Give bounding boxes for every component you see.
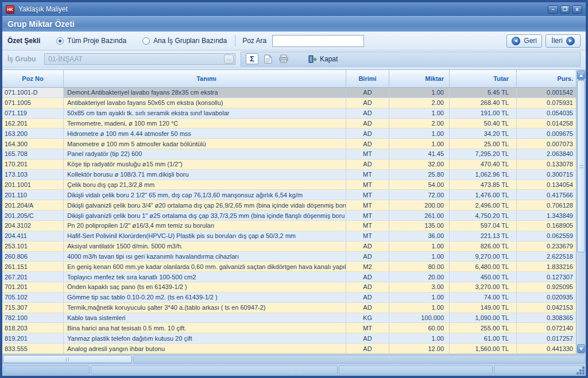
table-row[interactable]: 170.201Köşe tip radyatör musluğu ø15 mm …	[2, 159, 576, 170]
horizontal-scroll-thumb[interactable]	[3, 355, 132, 363]
sum-sigma-button[interactable]: Σ	[246, 53, 258, 64]
cell-miktar[interactable]: 2.00	[389, 119, 450, 128]
cell-birimi[interactable]: MT	[346, 221, 389, 231]
table-row[interactable]: 201.1001Çelik boru dış çap 21,3/2,8 mmMT…	[2, 180, 576, 190]
cell-tanimi[interactable]: Köşe tip radyatör musluğu ø15 mm (1/2")	[64, 159, 346, 169]
cell-tutar[interactable]: 1,476.00 TL	[450, 190, 517, 200]
table-row[interactable]: 162.201Termometre, madeni, ø 100 mm 120 …	[2, 119, 576, 129]
cell-purs[interactable]: 0.417566	[517, 190, 576, 200]
table-row[interactable]: 818.203Bina harici ana hat tesisatı 0.5 …	[2, 323, 576, 333]
cell-poz-no[interactable]: 267.201	[2, 272, 64, 282]
cell-tanimi[interactable]: Aksiyal vantilatör 1500 d/min. 5000 m3/h…	[64, 241, 346, 251]
cell-tanimi[interactable]: Gömme tip sac tablo 0.10-0.20 m2. (ts en…	[64, 293, 346, 302]
cell-birimi[interactable]: AD	[346, 333, 389, 343]
table-row[interactable]: 260.8064000 m3/h tavan tipi ısı geri kaz…	[2, 252, 576, 262]
cell-miktar[interactable]: 32.00	[389, 159, 450, 169]
cell-birimi[interactable]: AD	[346, 344, 389, 353]
horizontal-scrollbar[interactable]	[2, 354, 586, 364]
minimize-button[interactable]: –	[548, 5, 558, 14]
cell-purs[interactable]: 0.042153	[517, 303, 576, 313]
cell-poz-no[interactable]: 201.1001	[2, 180, 64, 190]
cell-purs[interactable]: 0.054035	[517, 108, 576, 118]
cell-birimi[interactable]: AD	[346, 303, 389, 313]
cell-tutar[interactable]: 25.00 TL	[450, 139, 517, 149]
cell-miktar[interactable]: 54.00	[389, 180, 450, 190]
table-row[interactable]: 819.201Yanmaz plastik telefon dağıtım ku…	[2, 333, 576, 344]
cell-birimi[interactable]: MT	[346, 180, 389, 190]
cell-birimi[interactable]: M2	[346, 262, 389, 271]
cell-purs[interactable]: 0.007073	[517, 139, 576, 149]
table-row[interactable]: 163.200Hidrometre ø 100 mm 4.44 atmosfer…	[2, 128, 576, 139]
cell-tanimi[interactable]: Analog adresli yangın ihbar butonu	[64, 344, 346, 353]
cell-tanimi[interactable]: Dikişli galvanizli çelik boru 3/4" ø20 o…	[64, 200, 346, 210]
cell-tutar[interactable]: 9,270.00 TL	[450, 252, 517, 262]
maximize-button[interactable]: ❐	[560, 5, 570, 14]
cell-tutar[interactable]: 268.40 TL	[450, 98, 517, 108]
cell-miktar[interactable]: 1.00	[389, 108, 450, 118]
cell-purs[interactable]: 1.833216	[517, 262, 576, 271]
cell-poz-no[interactable]: 204.3102	[2, 221, 64, 231]
table-row[interactable]: 071.1005Antibakteriyel lavabo fayans 50x…	[2, 98, 576, 108]
cell-poz-no[interactable]: 164.300	[2, 139, 64, 149]
table-row[interactable]: 071.11950x85 cm tam ayaklı tk. sırlı ser…	[2, 108, 576, 119]
table-row[interactable]: 165.708Panel radyatör (tip 22) 600MT41.4…	[2, 149, 576, 159]
cell-tutar[interactable]: 470.40 TL	[450, 159, 517, 169]
cell-tutar[interactable]: 34.20 TL	[450, 128, 517, 138]
cell-purs[interactable]: 0.014258	[517, 119, 576, 128]
cell-tanimi[interactable]: Pn 20 polipropilen 1/2" ø16/3,4 mm temiz…	[64, 221, 346, 231]
cell-birimi[interactable]: AD	[346, 88, 389, 98]
cell-tanimi[interactable]: Kollektör borusu ø 108/3.71 mm.dikişli b…	[64, 170, 346, 180]
cell-birimi[interactable]: AD	[346, 98, 389, 108]
cell-birimi[interactable]: MT	[346, 231, 389, 241]
cell-tutar[interactable]: 255.00 TL	[450, 323, 517, 333]
cell-tutar[interactable]: 4,750.20 TL	[450, 211, 517, 220]
table-row[interactable]: 715.307Termik,mağnetik koruyuculu şalter…	[2, 303, 576, 313]
radio-whole-project[interactable]: Tüm Proje Bazında	[56, 37, 126, 45]
cell-poz-no[interactable]: 071.1001-D	[2, 88, 64, 98]
cell-poz-no[interactable]: 071.119	[2, 108, 64, 118]
cell-purs[interactable]: 0.706128	[517, 200, 576, 210]
cell-purs[interactable]: 0.001542	[517, 88, 576, 98]
scroll-down-icon[interactable]	[577, 344, 585, 353]
cell-tanimi[interactable]: Termometre, madeni, ø 100 mm 120 °C	[64, 119, 346, 128]
cell-purs[interactable]: 0.168905	[517, 221, 576, 231]
cell-purs[interactable]: 0.017257	[517, 333, 576, 343]
table-row[interactable]: 201.204/ADikişli galvanizli çelik boru 3…	[2, 200, 576, 211]
cell-purs[interactable]: 0.925095	[517, 282, 576, 292]
cell-poz-no[interactable]: 170.201	[2, 159, 64, 169]
cell-poz-no[interactable]: 165.708	[2, 149, 64, 159]
cell-tanimi[interactable]: Manometre ø 100 mm 5 atmosfer kadar bölü…	[64, 139, 346, 149]
cell-tanimi[interactable]: Yanmaz plastik telefon dağıtım kutusu 20…	[64, 333, 346, 343]
cell-tutar[interactable]: 450.00 TL	[450, 272, 517, 282]
cell-miktar[interactable]: 1.00	[389, 88, 450, 98]
cell-birimi[interactable]: AD	[346, 119, 389, 128]
vertical-scroll-track[interactable]	[577, 252, 586, 344]
cell-tanimi[interactable]: Demont.Antibakteriyel lavabo fayans 28x3…	[64, 88, 346, 98]
cell-purs[interactable]: 0.020935	[517, 293, 576, 302]
table-row[interactable]: 204.411Hafif-Sert Polivinil Klorürden(HP…	[2, 231, 576, 241]
resize-grip[interactable]	[582, 372, 585, 375]
cell-poz-no[interactable]: 701.201	[2, 282, 64, 292]
cell-birimi[interactable]: AD	[346, 159, 389, 169]
cell-tanimi[interactable]: Bina harici ana hat tesisatı 0.5 mm. 10 …	[64, 323, 346, 333]
table-row[interactable]: 201.205/CDikişli galvanizli çelik boru 1…	[2, 211, 576, 221]
cell-poz-no[interactable]: 173.103	[2, 170, 64, 180]
cell-tutar[interactable]: 5.45 TL	[450, 88, 517, 98]
cell-birimi[interactable]: MT	[346, 323, 389, 333]
cell-birimi[interactable]: MT	[346, 149, 389, 159]
cell-purs[interactable]: 0.441330	[517, 344, 576, 353]
cell-tutar[interactable]: 2,496.00 TL	[450, 200, 517, 210]
cell-tutar[interactable]: 7,295.20 TL	[450, 149, 517, 159]
cell-tutar[interactable]: 3,270.00 TL	[450, 282, 517, 292]
cell-birimi[interactable]: MT	[346, 170, 389, 180]
cell-purs[interactable]: 0.308365	[517, 313, 576, 323]
cell-tanimi[interactable]: Çelik boru dış çap 21,3/2,8 mm	[64, 180, 346, 190]
cell-miktar[interactable]: 1.00	[389, 333, 450, 343]
cell-birimi[interactable]: AD	[346, 108, 389, 118]
cell-purs[interactable]: 0.233679	[517, 241, 576, 251]
vertical-scrollbar[interactable]	[576, 70, 586, 354]
table-row[interactable]: 705.102Gömme tip sac tablo 0.10-0.20 m2.…	[2, 293, 576, 303]
cell-birimi[interactable]: MT	[346, 200, 389, 210]
cell-miktar[interactable]: 41.45	[389, 149, 450, 159]
cell-purs[interactable]: 0.300715	[517, 170, 576, 180]
